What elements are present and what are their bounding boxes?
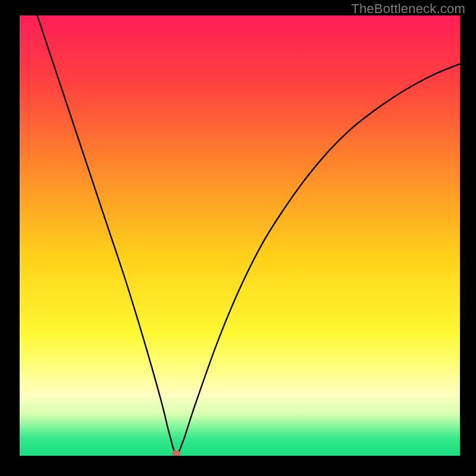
- line-series: [20, 15, 460, 456]
- minimum-marker: [172, 450, 180, 456]
- plot-area: [20, 15, 460, 456]
- chart-frame: TheBottleneck.com: [0, 0, 476, 476]
- watermark-text: TheBottleneck.com: [351, 1, 465, 17]
